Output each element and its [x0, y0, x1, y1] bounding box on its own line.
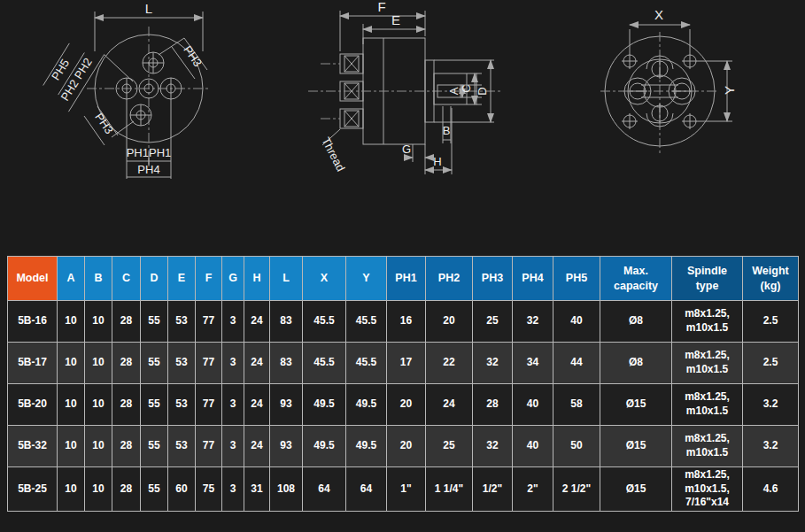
cell-ph1: 16	[387, 301, 426, 343]
cell-e: 53	[168, 384, 196, 426]
cell-d: 55	[141, 343, 168, 384]
cell-weight: 3.2	[743, 426, 799, 467]
cell-a: 10	[58, 301, 85, 343]
cell-e: 53	[168, 343, 196, 384]
page: { "drawing": { "front": { "dim_l": "L", …	[0, 0, 805, 532]
cell-weight: 2.5	[743, 301, 799, 343]
cell-y: 45.5	[346, 343, 387, 384]
cell-f: 77	[196, 426, 222, 467]
section-dim-b-label: B	[443, 124, 451, 137]
technical-drawing: L PH5 PH2 PH2 PH3 PH3	[0, 0, 805, 252]
rear-dim-y-label: Y	[722, 86, 737, 95]
section-dim-e-label: E	[391, 12, 400, 27]
table-row-5B-16: 5B-161010285553773248345.545.51620253240…	[8, 301, 799, 343]
table-row-5B-25: 5B-2510102855607533110864641"1 1/4"1/2"2…	[8, 467, 799, 512]
cell-model: 5B-16	[8, 301, 58, 343]
cell-ph3: 25	[473, 301, 513, 343]
spec-table: ModelABCDEFGHLXYPH1PH2PH3PH4PH5Max. capa…	[7, 256, 799, 512]
column-header-ph3: PH3	[473, 257, 513, 301]
cell-x: 49.5	[303, 384, 346, 426]
cell-ph4: 40	[513, 426, 553, 467]
cell-l: 93	[270, 426, 303, 467]
cell-ph2: 1 1/4"	[426, 467, 473, 512]
cell-x: 45.5	[303, 301, 346, 343]
front-dim-l-label: L	[145, 1, 152, 16]
cell-spindle_type: m8x1.25, m10x1.5	[672, 426, 743, 467]
cell-h: 31	[244, 467, 270, 512]
cell-weight: 3.2	[743, 384, 799, 426]
cell-ph5: 44	[553, 343, 600, 384]
cell-b: 10	[85, 467, 112, 512]
cell-b: 10	[85, 384, 112, 426]
cell-g: 3	[222, 467, 244, 512]
cell-a: 10	[58, 384, 85, 426]
cell-c: 28	[112, 384, 141, 426]
cell-ph1: 1"	[387, 467, 426, 512]
cell-g: 3	[222, 384, 244, 426]
section-view-drawing: F E A	[308, 0, 500, 174]
cell-max_capacity: Ø15	[600, 384, 672, 426]
cell-ph3: 1/2"	[473, 467, 513, 512]
front-ph1-label: PH1PH1	[127, 146, 172, 159]
cell-c: 28	[112, 301, 141, 343]
column-header-g: G	[222, 257, 244, 301]
cell-c: 28	[112, 343, 141, 384]
cell-g: 3	[222, 343, 244, 384]
section-dim-f-label: F	[377, 0, 385, 14]
spec-table-container: ModelABCDEFGHLXYPH1PH2PH3PH4PH5Max. capa…	[7, 256, 799, 512]
cell-ph3: 32	[473, 343, 513, 384]
cell-model: 5B-17	[8, 343, 58, 384]
cell-max_capacity: Ø15	[600, 426, 672, 467]
column-header-spindle_type: Spindle type	[672, 257, 743, 301]
cell-ph4: 32	[513, 301, 553, 343]
cell-g: 3	[222, 301, 244, 343]
cell-g: 3	[222, 426, 244, 467]
cell-max_capacity: Ø15	[600, 467, 672, 512]
cell-ph2: 24	[426, 384, 473, 426]
column-header-b: B	[85, 257, 112, 301]
cell-ph3: 32	[473, 426, 513, 467]
column-header-d: D	[141, 257, 168, 301]
cell-a: 10	[58, 343, 85, 384]
cell-weight: 2.5	[743, 343, 799, 384]
cell-ph2: 25	[426, 426, 473, 467]
cell-ph4: 40	[513, 384, 553, 426]
cell-y: 49.5	[346, 426, 387, 467]
table-header-row: ModelABCDEFGHLXYPH1PH2PH3PH4PH5Max. capa…	[8, 257, 799, 301]
cell-l: 83	[270, 301, 303, 343]
cell-ph4: 34	[513, 343, 553, 384]
cell-a: 10	[58, 426, 85, 467]
column-header-weight: Weight (kg)	[743, 257, 799, 301]
cell-d: 55	[141, 426, 168, 467]
section-dim-a-label: A	[447, 87, 461, 95]
cell-ph2: 22	[426, 343, 473, 384]
section-dim-g-label: G	[402, 143, 411, 156]
cell-b: 10	[85, 301, 112, 343]
column-header-ph4: PH4	[513, 257, 553, 301]
cell-d: 55	[141, 384, 168, 426]
column-header-c: C	[112, 257, 141, 301]
column-header-f: F	[196, 257, 222, 301]
cell-max_capacity: Ø8	[600, 343, 672, 384]
cell-y: 49.5	[346, 384, 387, 426]
column-header-max_capacity: Max. capacity	[600, 257, 672, 301]
cell-h: 24	[244, 426, 270, 467]
table-row-5B-20: 5B-201010285553773249349.549.52024284058…	[8, 384, 799, 426]
cell-x: 49.5	[303, 426, 346, 467]
cell-weight: 4.6	[743, 467, 799, 512]
cell-ph5: 58	[553, 384, 600, 426]
section-dim-h-label: H	[433, 155, 441, 168]
cell-y: 45.5	[346, 301, 387, 343]
cell-f: 77	[196, 301, 222, 343]
cell-ph5: 50	[553, 426, 600, 467]
cell-b: 10	[85, 426, 112, 467]
cell-f: 75	[196, 467, 222, 512]
front-ph4-label: PH4	[137, 163, 159, 176]
cell-e: 60	[168, 467, 196, 512]
column-header-h: H	[244, 257, 270, 301]
column-header-ph5: PH5	[553, 257, 600, 301]
section-dim-c-label: C	[460, 84, 473, 92]
cell-h: 24	[244, 343, 270, 384]
cell-l: 83	[270, 343, 303, 384]
cell-c: 28	[112, 426, 141, 467]
